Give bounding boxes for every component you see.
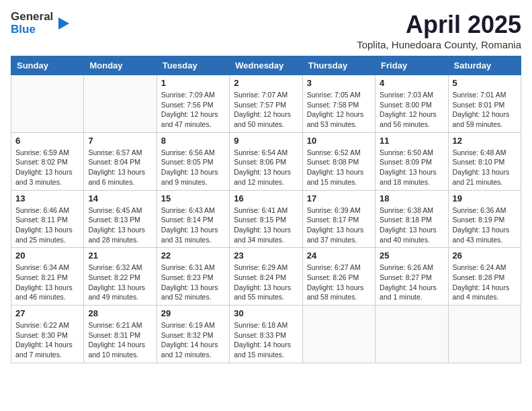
weekday-header: Friday xyxy=(375,56,448,75)
calendar-cell: 27Sunrise: 6:22 AM Sunset: 8:30 PM Dayli… xyxy=(11,306,84,363)
calendar-cell: 9Sunrise: 6:54 AM Sunset: 8:06 PM Daylig… xyxy=(230,132,302,190)
day-number: 26 xyxy=(453,250,517,261)
day-number: 5 xyxy=(453,78,517,88)
day-info: Sunrise: 6:50 AM Sunset: 8:09 PM Dayligh… xyxy=(380,148,443,187)
day-info: Sunrise: 7:09 AM Sunset: 7:56 PM Dayligh… xyxy=(161,90,225,130)
title-area: April 2025 Toplita, Hunedoara County, Ro… xyxy=(357,11,521,50)
day-number: 20 xyxy=(15,250,79,261)
day-info: Sunrise: 6:27 AM Sunset: 8:26 PM Dayligh… xyxy=(307,263,371,302)
calendar-cell: 10Sunrise: 6:52 AM Sunset: 8:08 PM Dayli… xyxy=(302,132,375,190)
day-info: Sunrise: 6:39 AM Sunset: 8:17 PM Dayligh… xyxy=(307,205,371,245)
calendar-cell: 2Sunrise: 7:07 AM Sunset: 7:57 PM Daylig… xyxy=(230,75,302,133)
logo: General Blue xyxy=(11,11,71,36)
day-number: 15 xyxy=(161,193,225,203)
calendar-cell: 22Sunrise: 6:31 AM Sunset: 8:23 PM Dayli… xyxy=(157,248,229,306)
calendar-cell xyxy=(448,306,521,363)
calendar-cell: 21Sunrise: 6:32 AM Sunset: 8:22 PM Dayli… xyxy=(84,248,157,306)
subtitle: Toplita, Hunedoara County, Romania xyxy=(357,39,521,50)
header: General Blue April 2025 Toplita, Hunedoa… xyxy=(11,11,521,50)
calendar-cell: 17Sunrise: 6:39 AM Sunset: 8:17 PM Dayli… xyxy=(302,190,375,248)
weekday-header: Sunday xyxy=(11,56,84,75)
weekday-header: Tuesday xyxy=(157,56,229,75)
day-info: Sunrise: 6:21 AM Sunset: 8:31 PM Dayligh… xyxy=(88,320,152,360)
calendar-cell: 12Sunrise: 6:48 AM Sunset: 8:10 PM Dayli… xyxy=(448,132,521,190)
calendar-cell: 19Sunrise: 6:36 AM Sunset: 8:19 PM Dayli… xyxy=(448,190,521,248)
day-info: Sunrise: 7:07 AM Sunset: 7:57 PM Dayligh… xyxy=(234,90,298,130)
day-info: Sunrise: 6:19 AM Sunset: 8:32 PM Dayligh… xyxy=(161,320,225,360)
day-number: 13 xyxy=(15,193,79,203)
day-info: Sunrise: 6:22 AM Sunset: 8:30 PM Dayligh… xyxy=(15,320,79,360)
day-info: Sunrise: 6:41 AM Sunset: 8:15 PM Dayligh… xyxy=(234,205,298,245)
day-number: 12 xyxy=(453,136,517,146)
calendar-cell: 20Sunrise: 6:34 AM Sunset: 8:21 PM Dayli… xyxy=(11,248,84,306)
calendar-cell: 11Sunrise: 6:50 AM Sunset: 8:09 PM Dayli… xyxy=(375,132,448,190)
day-number: 27 xyxy=(15,308,79,318)
day-number: 2 xyxy=(234,78,298,88)
calendar-cell: 30Sunrise: 6:18 AM Sunset: 8:33 PM Dayli… xyxy=(230,306,302,363)
day-info: Sunrise: 6:18 AM Sunset: 8:33 PM Dayligh… xyxy=(234,320,298,360)
day-info: Sunrise: 7:03 AM Sunset: 8:00 PM Dayligh… xyxy=(380,90,443,130)
calendar-cell: 24Sunrise: 6:27 AM Sunset: 8:26 PM Dayli… xyxy=(302,248,375,306)
day-number: 24 xyxy=(307,250,371,261)
day-info: Sunrise: 6:32 AM Sunset: 8:22 PM Dayligh… xyxy=(88,263,152,302)
day-info: Sunrise: 6:29 AM Sunset: 8:24 PM Dayligh… xyxy=(234,263,298,302)
svg-marker-0 xyxy=(58,17,69,30)
weekday-header: Wednesday xyxy=(230,56,302,75)
day-info: Sunrise: 6:59 AM Sunset: 8:02 PM Dayligh… xyxy=(15,148,79,187)
day-info: Sunrise: 6:46 AM Sunset: 8:11 PM Dayligh… xyxy=(15,205,79,245)
day-number: 25 xyxy=(380,250,443,261)
week-row: 13Sunrise: 6:46 AM Sunset: 8:11 PM Dayli… xyxy=(11,190,521,248)
day-number: 16 xyxy=(234,193,298,203)
week-row: 27Sunrise: 6:22 AM Sunset: 8:30 PM Dayli… xyxy=(11,306,521,363)
day-info: Sunrise: 6:26 AM Sunset: 8:27 PM Dayligh… xyxy=(380,263,443,302)
day-number: 19 xyxy=(453,193,517,203)
weekday-header-row: SundayMondayTuesdayWednesdayThursdayFrid… xyxy=(11,56,521,75)
calendar-cell: 15Sunrise: 6:43 AM Sunset: 8:14 PM Dayli… xyxy=(157,190,229,248)
day-info: Sunrise: 6:45 AM Sunset: 8:13 PM Dayligh… xyxy=(88,205,152,245)
week-row: 6Sunrise: 6:59 AM Sunset: 8:02 PM Daylig… xyxy=(11,132,521,190)
day-info: Sunrise: 6:52 AM Sunset: 8:08 PM Dayligh… xyxy=(307,148,371,187)
day-number: 7 xyxy=(88,136,152,146)
logo-blue: Blue xyxy=(11,24,53,36)
calendar-cell: 23Sunrise: 6:29 AM Sunset: 8:24 PM Dayli… xyxy=(230,248,302,306)
day-number: 1 xyxy=(161,78,225,88)
day-number: 6 xyxy=(15,136,79,146)
day-info: Sunrise: 6:36 AM Sunset: 8:19 PM Dayligh… xyxy=(453,205,517,245)
day-number: 9 xyxy=(234,136,298,146)
day-info: Sunrise: 6:38 AM Sunset: 8:18 PM Dayligh… xyxy=(380,205,443,245)
calendar-cell: 1Sunrise: 7:09 AM Sunset: 7:56 PM Daylig… xyxy=(157,75,229,133)
day-number: 28 xyxy=(88,308,152,318)
calendar-cell: 14Sunrise: 6:45 AM Sunset: 8:13 PM Dayli… xyxy=(84,190,157,248)
calendar-cell: 6Sunrise: 6:59 AM Sunset: 8:02 PM Daylig… xyxy=(11,132,84,190)
day-number: 21 xyxy=(88,250,152,261)
logo-general: General xyxy=(11,11,53,24)
day-info: Sunrise: 6:57 AM Sunset: 8:04 PM Dayligh… xyxy=(88,148,152,187)
day-info: Sunrise: 6:31 AM Sunset: 8:23 PM Dayligh… xyxy=(161,263,225,302)
calendar-cell: 26Sunrise: 6:24 AM Sunset: 8:28 PM Dayli… xyxy=(448,248,521,306)
calendar-cell xyxy=(302,306,375,363)
day-number: 4 xyxy=(380,78,443,88)
day-info: Sunrise: 6:34 AM Sunset: 8:21 PM Dayligh… xyxy=(15,263,79,302)
weekday-header: Thursday xyxy=(302,56,375,75)
main-title: April 2025 xyxy=(357,11,521,39)
day-info: Sunrise: 6:48 AM Sunset: 8:10 PM Dayligh… xyxy=(453,148,517,187)
weekday-header: Monday xyxy=(84,56,157,75)
day-number: 14 xyxy=(88,193,152,203)
day-info: Sunrise: 6:56 AM Sunset: 8:05 PM Dayligh… xyxy=(161,148,225,187)
day-number: 11 xyxy=(380,136,443,146)
week-row: 1Sunrise: 7:09 AM Sunset: 7:56 PM Daylig… xyxy=(11,75,521,133)
calendar-cell xyxy=(11,75,84,133)
calendar-cell: 4Sunrise: 7:03 AM Sunset: 8:00 PM Daylig… xyxy=(375,75,448,133)
day-number: 30 xyxy=(234,308,298,318)
weekday-header: Saturday xyxy=(448,56,521,75)
day-number: 22 xyxy=(161,250,225,261)
day-info: Sunrise: 6:24 AM Sunset: 8:28 PM Dayligh… xyxy=(453,263,517,302)
day-number: 3 xyxy=(307,78,371,88)
logo-chevron-icon xyxy=(56,16,71,31)
calendar-cell: 16Sunrise: 6:41 AM Sunset: 8:15 PM Dayli… xyxy=(230,190,302,248)
calendar-cell: 3Sunrise: 7:05 AM Sunset: 7:58 PM Daylig… xyxy=(302,75,375,133)
calendar-cell xyxy=(84,75,157,133)
calendar-cell: 25Sunrise: 6:26 AM Sunset: 8:27 PM Dayli… xyxy=(375,248,448,306)
calendar-cell: 8Sunrise: 6:56 AM Sunset: 8:05 PM Daylig… xyxy=(157,132,229,190)
calendar: SundayMondayTuesdayWednesdayThursdayFrid… xyxy=(11,56,521,363)
